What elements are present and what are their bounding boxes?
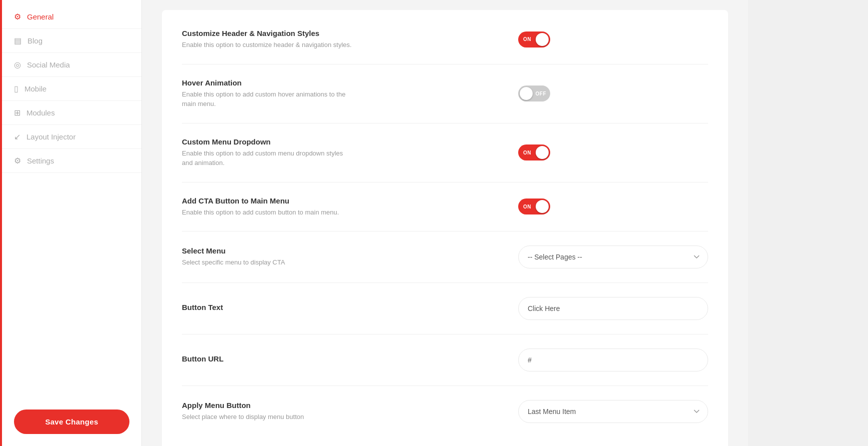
setting-info-apply-menu-button: Apply Menu ButtonSelect place where to d… — [182, 401, 508, 422]
setting-title-customize-header: Customize Header & Navigation Styles — [182, 29, 508, 38]
setting-desc-add-cta-button: Enable this option to add custom button … — [182, 208, 352, 218]
setting-desc-custom-menu-dropdown: Enable this option to add custom menu dr… — [182, 148, 352, 168]
toggle-knob-custom-menu-dropdown — [536, 146, 549, 159]
sidebar-footer: Save Changes — [2, 398, 141, 446]
setting-info-select-menu: Select MenuSelect specific menu to displ… — [182, 246, 508, 268]
setting-info-custom-menu-dropdown: Custom Menu DropdownEnable this option t… — [182, 138, 508, 168]
setting-desc-select-menu: Select specific menu to display CTA — [182, 258, 352, 268]
sidebar-item-layout-injector[interactable]: ↙Layout Injector — [2, 125, 141, 149]
setting-desc-apply-menu-button: Select place where to display menu butto… — [182, 412, 352, 422]
select-wrapper-select-menu: -- Select Pages -- — [518, 246, 708, 268]
sidebar-item-label-modules: Modules — [26, 108, 55, 117]
setting-title-custom-menu-dropdown: Custom Menu Dropdown — [182, 138, 508, 146]
select-apply-menu-button[interactable]: Last Menu ItemFirst Menu Item — [518, 400, 708, 423]
toggle-label-add-cta-button: ON — [523, 204, 531, 210]
setting-control-apply-menu-button: Last Menu ItemFirst Menu Item — [518, 400, 708, 423]
setting-control-custom-menu-dropdown: ON — [518, 144, 708, 160]
setting-desc-customize-header: Enable this option to customize header &… — [182, 40, 352, 50]
setting-title-button-url: Button URL — [182, 354, 508, 363]
setting-info-hover-animation: Hover AnimationEnable this option to add… — [182, 78, 508, 109]
setting-title-hover-animation: Hover Animation — [182, 78, 508, 87]
sidebar-item-modules[interactable]: ⊞Modules — [2, 101, 141, 125]
blog-icon: ▤ — [14, 36, 21, 46]
right-panel — [748, 0, 868, 446]
sidebar: ⚙General▤Blog◎Social Media▯Mobile⊞Module… — [2, 0, 142, 446]
setting-row-button-url: Button URL — [182, 334, 708, 386]
toggle-add-cta-button[interactable]: ON — [518, 198, 550, 214]
toggle-knob-hover-animation — [520, 87, 533, 100]
sidebar-nav: ⚙General▤Blog◎Social Media▯Mobile⊞Module… — [2, 0, 141, 398]
general-icon: ⚙ — [14, 12, 21, 22]
toggle-label-customize-header: ON — [523, 36, 531, 42]
toggle-label-custom-menu-dropdown: ON — [523, 150, 531, 156]
setting-row-select-menu: Select MenuSelect specific menu to displ… — [182, 232, 708, 283]
toggle-label-hover-animation: OFF — [536, 91, 547, 96]
setting-title-add-cta-button: Add CTA Button to Main Menu — [182, 196, 508, 205]
main-content: Customize Header & Navigation StylesEnab… — [142, 0, 748, 446]
input-button-text[interactable] — [518, 297, 708, 320]
setting-row-custom-menu-dropdown: Custom Menu DropdownEnable this option t… — [182, 124, 708, 182]
setting-control-button-url — [518, 348, 708, 372]
setting-row-customize-header: Customize Header & Navigation StylesEnab… — [182, 15, 708, 64]
layout-injector-icon: ↙ — [14, 132, 20, 142]
setting-row-hover-animation: Hover AnimationEnable this option to add… — [182, 64, 708, 124]
toggle-customize-header[interactable]: ON — [518, 32, 550, 48]
setting-control-customize-header: ON — [518, 32, 708, 48]
sidebar-item-blog[interactable]: ▤Blog — [2, 29, 141, 53]
select-select-menu[interactable]: -- Select Pages -- — [518, 246, 708, 268]
setting-info-customize-header: Customize Header & Navigation StylesEnab… — [182, 29, 508, 50]
setting-info-add-cta-button: Add CTA Button to Main MenuEnable this o… — [182, 196, 508, 218]
toggle-hover-animation[interactable]: OFF — [518, 86, 550, 102]
select-wrapper-apply-menu-button: Last Menu ItemFirst Menu Item — [518, 400, 708, 423]
setting-title-apply-menu-button: Apply Menu Button — [182, 401, 508, 410]
sidebar-item-label-blog: Blog — [27, 36, 42, 45]
setting-info-button-url: Button URL — [182, 354, 508, 366]
setting-row-add-cta-button: Add CTA Button to Main MenuEnable this o… — [182, 182, 708, 232]
setting-control-add-cta-button: ON — [518, 198, 708, 214]
toggle-custom-menu-dropdown[interactable]: ON — [518, 144, 550, 160]
settings-icon: ⚙ — [14, 156, 21, 166]
setting-control-select-menu: -- Select Pages -- — [518, 246, 708, 268]
mobile-icon: ▯ — [14, 84, 18, 94]
sidebar-item-label-settings: Settings — [27, 156, 54, 165]
setting-row-apply-menu-button: Apply Menu ButtonSelect place where to d… — [182, 386, 708, 437]
sidebar-item-general[interactable]: ⚙General — [2, 5, 141, 29]
toggle-knob-add-cta-button — [536, 200, 549, 213]
setting-desc-hover-animation: Enable this option to add custom hover a… — [182, 90, 352, 109]
social-media-icon: ◎ — [14, 60, 21, 70]
settings-card: Customize Header & Navigation StylesEnab… — [162, 10, 728, 446]
toggle-knob-customize-header — [536, 33, 549, 46]
sidebar-item-mobile[interactable]: ▯Mobile — [2, 77, 141, 101]
setting-title-button-text: Button Text — [182, 303, 508, 312]
save-changes-button[interactable]: Save Changes — [14, 410, 129, 434]
setting-row-button-text: Button Text — [182, 283, 708, 334]
input-button-url[interactable] — [518, 348, 708, 372]
sidebar-item-label-layout-injector: Layout Injector — [26, 132, 75, 141]
setting-info-button-text: Button Text — [182, 303, 508, 314]
sidebar-item-label-mobile: Mobile — [24, 84, 46, 93]
sidebar-item-label-social-media: Social Media — [27, 60, 70, 69]
setting-control-button-text — [518, 297, 708, 320]
sidebar-item-label-general: General — [27, 12, 53, 21]
modules-icon: ⊞ — [14, 108, 20, 118]
sidebar-item-social-media[interactable]: ◎Social Media — [2, 53, 141, 77]
setting-control-hover-animation: OFF — [518, 86, 708, 102]
sidebar-item-settings[interactable]: ⚙Settings — [2, 149, 141, 173]
setting-title-select-menu: Select Menu — [182, 246, 508, 255]
